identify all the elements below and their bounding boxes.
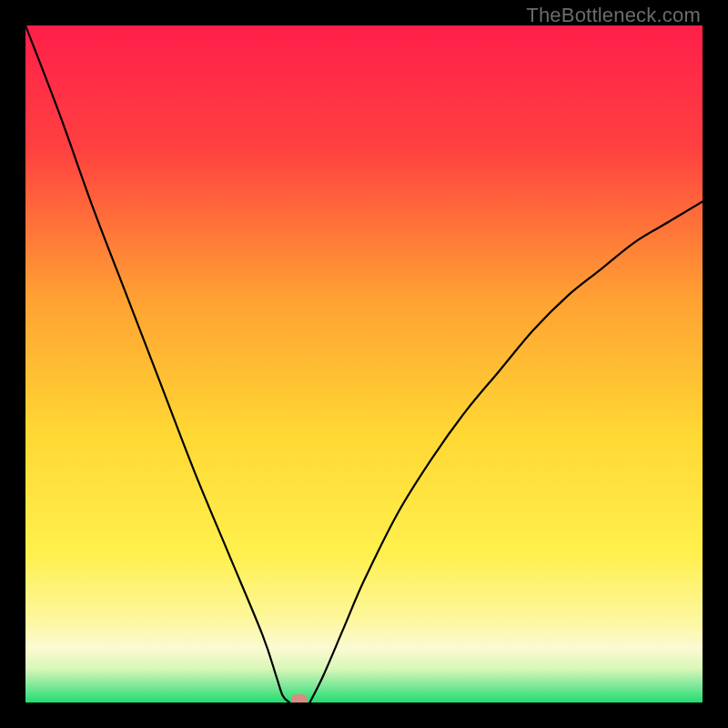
watermark-text: TheBottleneck.com <box>526 4 701 27</box>
chart-frame: TheBottleneck.com <box>0 0 728 728</box>
curve-layer <box>25 25 703 703</box>
minimum-marker <box>291 694 308 703</box>
curve-right-branch <box>309 201 703 703</box>
plot-area <box>25 25 703 703</box>
curve-left-branch <box>25 25 289 703</box>
